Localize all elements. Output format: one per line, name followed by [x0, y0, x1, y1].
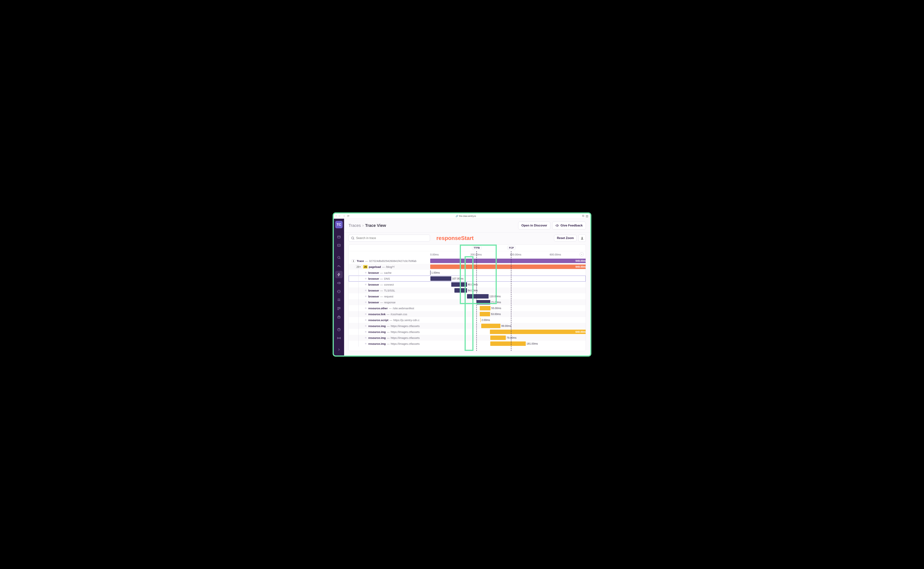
span-bar[interactable] [476, 300, 490, 304]
span-bar[interactable] [480, 306, 491, 310]
span-description: /css/main.css [391, 313, 407, 316]
dashboards-icon[interactable] [335, 305, 343, 312]
span-timeline[interactable]: 79.00ms [430, 335, 586, 341]
span-description: connect [384, 283, 394, 286]
span-row[interactable]: resource.other—/site.webmanifest55.00ms [349, 305, 586, 311]
alerts-icon[interactable] [335, 296, 343, 304]
span-bar[interactable] [480, 318, 481, 322]
span-row[interactable]: browser—response71.00ms [349, 299, 586, 305]
span-timeline[interactable]: 110.00ms [430, 294, 586, 299]
share-icon[interactable]: ⧉ [582, 214, 584, 218]
span-bar[interactable] [481, 324, 501, 328]
span-description: https://images.ctfassets [391, 336, 420, 339]
span-row[interactable]: browser—cache1.00ms [349, 270, 586, 275]
broadcast-icon[interactable] [335, 335, 343, 342]
span-timeline[interactable]: 949.00ms [430, 258, 586, 264]
span-timeline[interactable]: 53.00ms [430, 311, 586, 317]
forward-icon[interactable]: → [343, 214, 346, 218]
history-icon[interactable] [335, 288, 343, 295]
span-timeline[interactable]: 71.00ms [430, 299, 586, 305]
span-bar[interactable]: 949.00ms [430, 259, 586, 263]
sidebar-toggle-icon[interactable]: ▫ [336, 214, 337, 218]
span-duration: 110.00ms [489, 295, 501, 298]
open-in-discover-button[interactable]: Open in Discover [518, 222, 550, 230]
url-bar[interactable]: 🔗 the-claw.sentry.io [351, 215, 580, 218]
span-op: resource.other [368, 307, 388, 310]
span-row[interactable]: resource.img—https://images.ctfassets99.… [349, 323, 586, 329]
span-bar[interactable] [467, 294, 489, 298]
span-row[interactable]: resource.img—https://images.ctfassets181… [349, 341, 586, 347]
collapse-sidebar-icon[interactable] [335, 346, 343, 353]
span-row[interactable]: resource.img—https://images.ctfassets640… [349, 329, 586, 335]
svg-rect-5 [337, 316, 340, 318]
span-timeline[interactable]: 181.00ms [430, 341, 586, 347]
help-icon[interactable] [335, 326, 343, 333]
projects-icon[interactable] [335, 233, 343, 240]
span-bar[interactable] [451, 282, 467, 287]
span-row[interactable]: browser—connect80.00ms [349, 281, 586, 288]
span-timeline[interactable]: 64.00ms [430, 288, 586, 294]
span-bar[interactable]: 949.00ms [430, 265, 586, 269]
span-timeline[interactable]: 80.00ms [430, 281, 586, 288]
span-op: browser [368, 283, 379, 286]
insights-icon[interactable] [335, 262, 343, 270]
span-rows: 1Trace—327024dbd3294260841f427c0c7b9fab9… [349, 258, 586, 351]
search-box[interactable] [348, 234, 430, 242]
span-row[interactable]: resource.img—https://images.ctfassets79.… [349, 335, 586, 341]
span-timeline[interactable]: 1.00ms [430, 270, 586, 275]
span-bar[interactable]: 640.00ms [490, 330, 586, 334]
org-logo[interactable]: TC [335, 221, 343, 228]
give-feedback-button[interactable]: Give Feedback [552, 222, 586, 230]
svg-point-8 [351, 237, 354, 239]
span-duration: 181.00ms [526, 342, 538, 345]
url-text: the-claw.sentry.io [459, 215, 476, 218]
span-row[interactable]: browser—request110.00ms [349, 294, 586, 299]
span-bar[interactable] [430, 276, 451, 281]
span-row[interactable]: browser—TLS/SSL64.00ms [349, 288, 586, 294]
toolbar: responseStart Reset Zoom [344, 233, 590, 244]
back-icon[interactable]: ← [338, 214, 341, 218]
span-row[interactable]: resource.script—https://js.sentry-cdn.c2… [349, 317, 586, 323]
vital-pill-ttfb[interactable]: TTFB [472, 246, 482, 250]
leaf-dot-icon [365, 343, 366, 344]
span-bar[interactable] [490, 336, 506, 340]
tabs-icon[interactable]: ▥ [586, 214, 588, 218]
code-icon[interactable] [335, 242, 343, 249]
leaf-dot-icon [365, 319, 366, 321]
window-frame: ▫ ← → ⟳ 🔗 the-claw.sentry.io ⧉ ▥ TC [333, 212, 591, 357]
span-timeline[interactable]: 107.00ms [430, 275, 586, 281]
child-count-badge[interactable]: 1 [351, 259, 356, 263]
span-row[interactable]: browser—DNS107.00ms [349, 275, 586, 281]
performance-icon[interactable] [335, 271, 343, 278]
span-description: https://js.sentry-cdn.c [393, 318, 419, 322]
search-input[interactable] [356, 236, 428, 240]
span-bar[interactable] [480, 312, 490, 316]
span-op: resource.img [368, 342, 386, 345]
span-timeline[interactable]: 55.00ms [430, 305, 586, 311]
span-timeline[interactable]: 949.00ms [430, 264, 586, 270]
leaf-dot-icon [365, 301, 366, 303]
span-bar[interactable] [490, 341, 526, 346]
span-duration: 79.00ms [506, 336, 517, 339]
span-timeline[interactable]: 99.00ms [430, 323, 586, 329]
span-bar[interactable] [454, 288, 467, 293]
span-timeline[interactable]: 640.00ms [430, 329, 586, 335]
download-button[interactable] [578, 234, 586, 242]
search-icon[interactable] [335, 254, 343, 261]
span-row[interactable]: 1Trace—327024dbd3294260841f427c0c7b9fab9… [349, 258, 586, 264]
page-header: Traces › Trace View Open in Discover Giv… [344, 219, 590, 233]
reload-icon[interactable]: ⟳ [347, 214, 350, 218]
span-row[interactable]: 23 ▾JSpageload—/blog/*/949.00ms [349, 264, 586, 270]
span-op: Trace [357, 259, 364, 263]
collapse-timeline-button[interactable]: ‹ [580, 253, 584, 256]
span-timeline[interactable]: 2.00ms [430, 317, 586, 323]
releases-icon[interactable] [335, 313, 343, 321]
child-count-badge[interactable]: 23 ▾ [355, 265, 362, 268]
reset-zoom-button[interactable]: Reset Zoom [554, 235, 577, 242]
breadcrumb-parent[interactable]: Traces [348, 223, 361, 228]
svg-rect-4 [339, 307, 340, 309]
megaphone-icon[interactable] [335, 279, 343, 287]
vital-pill-fcp[interactable]: FCP [507, 246, 515, 250]
span-row[interactable]: resource.link—/css/main.css53.00ms [349, 311, 586, 317]
megaphone-icon [555, 224, 559, 227]
